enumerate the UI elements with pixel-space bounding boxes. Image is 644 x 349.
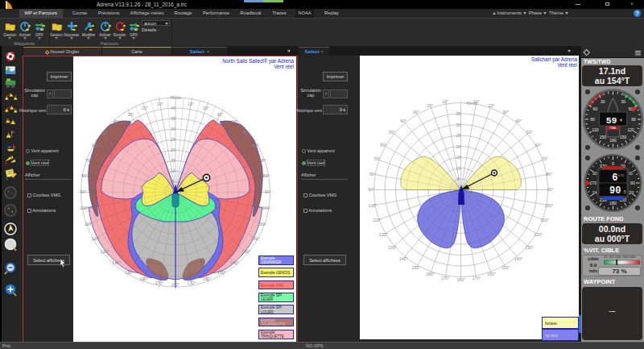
svg-text:140°: 140° [514, 256, 523, 261]
svg-text:80°: 80° [81, 173, 88, 178]
svg-text:30: 30 [621, 99, 625, 104]
svg-text:10: 10 [171, 168, 175, 173]
svg-text:70°: 70° [85, 158, 92, 163]
svg-text:20°: 20° [142, 106, 148, 110]
svg-text:10: 10 [456, 166, 461, 171]
svg-text:110°: 110° [373, 218, 381, 222]
svg-text:150°: 150° [217, 269, 226, 274]
svg-text:80°: 80° [263, 173, 270, 178]
svg-text:270: 270 [590, 181, 597, 185]
svg-text:100°: 100° [80, 206, 89, 210]
svg-text:15: 15 [171, 158, 175, 163]
svg-text:0: 0 [612, 161, 614, 166]
svg-text:35: 35 [171, 116, 175, 121]
svg-text:20: 20 [456, 144, 461, 149]
svg-text:70°: 70° [374, 156, 380, 161]
svg-text:25: 25 [456, 133, 461, 138]
svg-text:30°: 30° [217, 112, 224, 117]
svg-text:40°: 40° [232, 118, 238, 123]
svg-text:70°: 70° [259, 158, 266, 163]
svg-text:20°: 20° [489, 103, 495, 108]
svg-text:50°: 50° [101, 130, 108, 135]
svg-text:180: 180 [609, 138, 617, 143]
svg-text:120°: 120° [379, 232, 388, 237]
svg-text:10°: 10° [473, 99, 480, 104]
svg-text:90°: 90° [368, 187, 374, 192]
svg-text:90: 90 [590, 117, 595, 122]
svg-text:30: 30 [171, 127, 175, 131]
svg-text:90: 90 [630, 181, 635, 185]
svg-text:120°: 120° [534, 232, 543, 237]
svg-text:170°: 170° [441, 276, 450, 280]
svg-text:110°: 110° [85, 221, 93, 226]
svg-text:TWA: TWA [609, 127, 616, 130]
svg-text:50°: 50° [526, 130, 533, 135]
svg-text:170°: 170° [155, 280, 164, 285]
svg-text:20: 20 [171, 147, 175, 152]
svg-text:°/s TC: °/s TC [617, 174, 625, 177]
svg-text:80°: 80° [546, 172, 552, 177]
svg-text:40°: 40° [113, 118, 119, 123]
svg-text:5: 5 [172, 179, 175, 184]
svg-text:50°: 50° [389, 130, 395, 135]
svg-text:120: 120 [627, 127, 634, 132]
svg-text:90°: 90° [80, 189, 86, 194]
svg-text:90: 90 [631, 117, 636, 122]
svg-text:90°: 90° [265, 189, 271, 194]
svg-text:130°: 130° [525, 245, 534, 250]
svg-text:90: 90 [609, 185, 621, 197]
svg-text:40: 40 [171, 106, 175, 110]
svg-text:130°: 130° [242, 248, 250, 253]
svg-text:15: 15 [456, 155, 461, 160]
svg-text:180: 180 [609, 201, 617, 206]
svg-text:5: 5 [457, 177, 460, 181]
svg-text:10°: 10° [188, 101, 194, 106]
svg-text:60°: 60° [93, 143, 99, 148]
svg-text:180°: 180° [171, 281, 180, 286]
svg-text:50°: 50° [243, 130, 250, 135]
svg-text:140°: 140° [230, 260, 239, 265]
svg-text:160°: 160° [426, 272, 435, 276]
svg-text:170°: 170° [188, 280, 196, 285]
svg-text:60°: 60° [535, 143, 542, 147]
svg-text:130°: 130° [101, 248, 109, 253]
svg-text:45nds: 45nds [170, 95, 182, 100]
svg-text:140°: 140° [399, 256, 408, 261]
svg-text:150°: 150° [502, 265, 510, 270]
svg-text:160°: 160° [139, 276, 148, 281]
svg-text:120: 120 [592, 127, 599, 132]
svg-text:.5: .5 [622, 189, 625, 194]
svg-text:120°: 120° [251, 235, 260, 240]
svg-text:30: 30 [601, 99, 605, 104]
svg-text:30: 30 [456, 123, 461, 127]
svg-text:10°: 10° [157, 101, 163, 106]
svg-text:30°: 30° [128, 112, 134, 117]
svg-text:150: 150 [600, 135, 607, 139]
svg-text:170°: 170° [472, 276, 481, 280]
svg-text:150°: 150° [125, 269, 134, 274]
svg-text:110°: 110° [541, 218, 549, 222]
svg-text:160°: 160° [203, 276, 212, 281]
svg-text:30°: 30° [413, 110, 419, 114]
svg-text:160°: 160° [487, 272, 496, 276]
svg-text:60°: 60° [380, 143, 386, 147]
svg-text:60: 60 [593, 106, 598, 111]
svg-text:60°: 60° [252, 143, 258, 148]
svg-text:100°: 100° [369, 203, 378, 208]
svg-text:40°: 40° [400, 118, 407, 123]
svg-text:25: 25 [171, 137, 175, 142]
svg-text:35: 35 [456, 111, 461, 116]
svg-text:90°: 90° [547, 187, 554, 192]
svg-text:20°: 20° [427, 103, 434, 108]
svg-text:10°: 10° [442, 99, 448, 104]
svg-text:70°: 70° [542, 156, 548, 161]
svg-text:110°: 110° [258, 221, 266, 226]
svg-text:20°: 20° [203, 106, 209, 110]
svg-text:100°: 100° [262, 206, 270, 210]
svg-text:140°: 140° [112, 260, 121, 265]
svg-text:30°: 30° [502, 110, 509, 114]
svg-text:150°: 150° [412, 265, 421, 270]
svg-text:120°: 120° [91, 235, 100, 240]
svg-text:130°: 130° [388, 245, 397, 250]
svg-text:180°: 180° [456, 277, 465, 282]
